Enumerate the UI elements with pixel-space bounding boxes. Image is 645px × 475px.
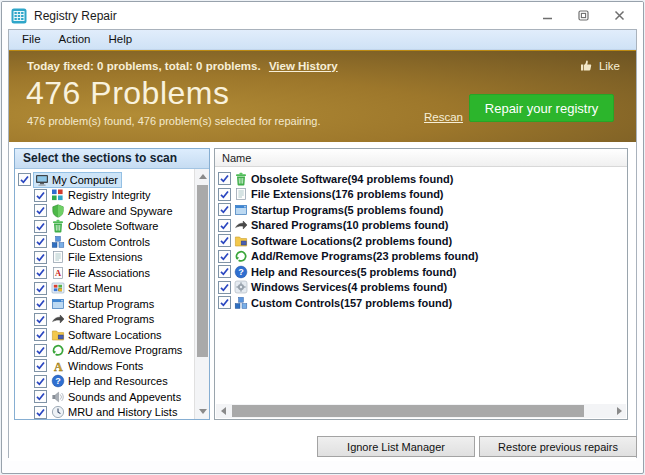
list-item-label: Add/Remove Programs(23 problems found) xyxy=(251,250,478,262)
checkbox[interactable] xyxy=(34,328,47,341)
checkbox[interactable] xyxy=(18,173,31,186)
checkbox[interactable] xyxy=(34,189,47,202)
list-item-label: Help and Resources(5 problems found) xyxy=(251,266,456,278)
tree-item[interactable]: File Extensions xyxy=(15,250,193,266)
list-item[interactable]: Windows Services(4 problems found) xyxy=(218,280,627,296)
checkbox[interactable] xyxy=(34,266,47,279)
list-item[interactable]: Shared Programs(10 problems found) xyxy=(218,218,627,234)
menu-item-action[interactable]: Action xyxy=(50,30,100,49)
list-item-label: File Extensions(176 problems found) xyxy=(251,188,444,200)
scroll-up-button[interactable] xyxy=(195,169,210,184)
tree-item-content: ?Help and Resources xyxy=(49,373,172,389)
speaker-icon xyxy=(51,390,65,404)
tree-item[interactable]: AWindows Fonts xyxy=(15,358,193,374)
checkbox[interactable] xyxy=(34,251,47,264)
client-area: FileActionHelp Today fixed: 0 problems, … xyxy=(8,29,637,458)
checkbox[interactable] xyxy=(218,234,231,247)
today-summary: Today fixed: 0 problems, total: 0 proble… xyxy=(27,60,338,72)
folder-icon xyxy=(51,328,65,342)
tree-item[interactable]: Adware and Spyware xyxy=(15,203,193,219)
checkbox[interactable] xyxy=(34,204,47,217)
tree-item[interactable]: Registry Integrity xyxy=(15,188,193,204)
list-item[interactable]: Startup Programs(5 problems found) xyxy=(218,202,627,218)
checkbox[interactable] xyxy=(218,172,231,185)
list-item[interactable]: File Extensions(176 problems found) xyxy=(218,187,627,203)
window-controls xyxy=(539,9,643,23)
minimize-button[interactable] xyxy=(539,9,555,23)
ignore-list-manager-button[interactable]: Ignore List Manager xyxy=(317,436,475,457)
tree-item[interactable]: Sounds and Appevents xyxy=(15,389,193,405)
tree-item-content: Shared Programs xyxy=(49,311,158,327)
tree-item[interactable]: MRU and History Lists xyxy=(15,405,193,420)
close-button[interactable] xyxy=(611,9,627,23)
blocks-icon xyxy=(51,235,65,249)
list-item[interactable]: Obsolete Software(94 problems found) xyxy=(218,171,627,187)
list-item[interactable]: Add/Remove Programs(23 problems found) xyxy=(218,249,627,265)
list-item[interactable]: ?Help and Resources(5 problems found) xyxy=(218,264,627,280)
tree-item[interactable]: My Computer xyxy=(15,172,193,188)
checkbox[interactable] xyxy=(218,219,231,232)
checkbox[interactable] xyxy=(218,188,231,201)
repair-registry-button[interactable]: Repair your registry xyxy=(469,94,614,122)
tree-item[interactable]: Add/Remove Programs xyxy=(15,343,193,359)
svg-text:A: A xyxy=(55,268,62,278)
tree-vertical-scrollbar[interactable] xyxy=(194,169,209,419)
sections-panel-title: Select the sections to scan xyxy=(15,149,209,169)
shield-icon xyxy=(51,204,65,218)
app-icon xyxy=(11,8,27,24)
checkbox[interactable] xyxy=(218,250,231,263)
tree-item-content: Startup Programs xyxy=(49,296,158,312)
view-history-link[interactable]: View History xyxy=(269,60,338,72)
results-horizontal-scrollbar[interactable] xyxy=(216,404,626,418)
today-summary-text: Today fixed: 0 problems, total: 0 proble… xyxy=(27,60,261,72)
tree-item-label: MRU and History Lists xyxy=(68,406,177,418)
scroll-down-button[interactable] xyxy=(195,404,210,419)
tree-item-label: File Associations xyxy=(68,267,150,279)
checkbox[interactable] xyxy=(218,203,231,216)
scroll-right-button[interactable] xyxy=(612,404,626,418)
scroll-left-button[interactable] xyxy=(216,404,230,418)
tree-item-label: Help and Resources xyxy=(68,375,168,387)
like-button[interactable]: Like xyxy=(580,59,620,73)
thumbs-up-icon xyxy=(580,59,594,73)
tree-item-content: Start Menu xyxy=(49,280,126,296)
checkbox[interactable] xyxy=(34,344,47,357)
checkbox[interactable] xyxy=(218,296,231,309)
menu-bar: FileActionHelp xyxy=(9,30,636,50)
list-item[interactable]: Custom Controls(157 problems found) xyxy=(218,295,627,311)
tree-item-content: Adware and Spyware xyxy=(49,203,177,219)
menu-item-file[interactable]: File xyxy=(13,30,50,49)
tree-item[interactable]: ?Help and Resources xyxy=(15,374,193,390)
restore-previous-repairs-button[interactable]: Restore previous repairs xyxy=(479,436,637,457)
rescan-link[interactable]: Rescan xyxy=(424,111,463,123)
checkbox[interactable] xyxy=(34,235,47,248)
tree-item[interactable]: Start Menu xyxy=(15,281,193,297)
tree-item[interactable]: Custom Controls xyxy=(15,234,193,250)
checkbox[interactable] xyxy=(34,313,47,326)
list-item[interactable]: Software Locations(2 problems found) xyxy=(218,233,627,249)
checkbox[interactable] xyxy=(34,220,47,233)
checkbox[interactable] xyxy=(34,282,47,295)
name-column-header[interactable]: Name xyxy=(215,149,627,167)
maximize-button[interactable] xyxy=(575,9,591,23)
tree-item-content: Obsolete Software xyxy=(49,218,163,234)
tree-item[interactable]: Obsolete Software xyxy=(15,219,193,235)
like-label: Like xyxy=(599,60,620,72)
tree-item[interactable]: Startup Programs xyxy=(15,296,193,312)
scrollbar-thumb[interactable] xyxy=(232,405,584,417)
checkbox[interactable] xyxy=(34,406,47,419)
trash-icon xyxy=(234,172,248,186)
checkbox[interactable] xyxy=(34,375,47,388)
tree-item[interactable]: AFile Associations xyxy=(15,265,193,281)
font-icon: A xyxy=(51,359,65,373)
tree-item[interactable]: Shared Programs xyxy=(15,312,193,328)
scrollbar-thumb[interactable] xyxy=(197,185,208,357)
menu-item-help[interactable]: Help xyxy=(100,30,142,49)
checkbox[interactable] xyxy=(34,297,47,310)
checkbox[interactable] xyxy=(34,359,47,372)
checkbox[interactable] xyxy=(218,265,231,278)
checkbox[interactable] xyxy=(34,390,47,403)
checkbox[interactable] xyxy=(218,281,231,294)
tree-item[interactable]: Software Locations xyxy=(15,327,193,343)
tree-item-label: Obsolete Software xyxy=(68,220,159,232)
